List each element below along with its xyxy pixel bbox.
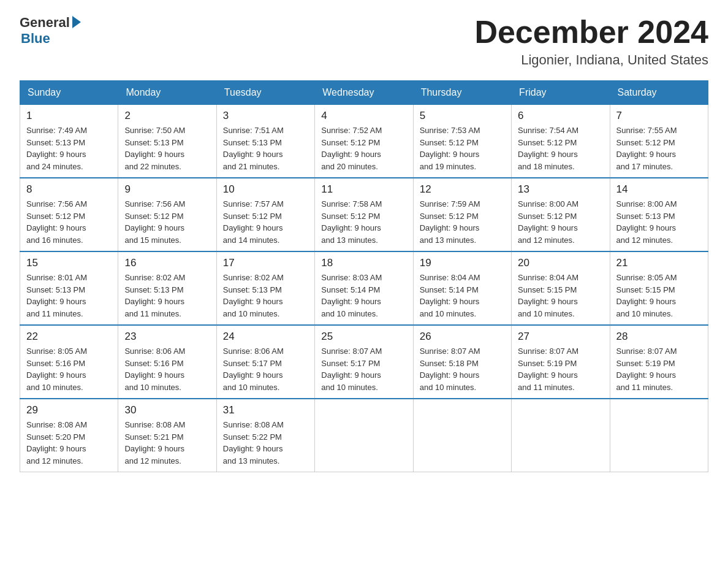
- sunrise-text: Sunrise: 7:55 AM: [616, 126, 677, 135]
- day-info: Sunrise: 8:07 AM Sunset: 5:17 PM Dayligh…: [321, 345, 406, 393]
- calendar-cell: 25 Sunrise: 8:07 AM Sunset: 5:17 PM Dayl…: [315, 325, 413, 399]
- daylight-text: Daylight: 9 hours: [124, 297, 184, 306]
- sunset-text: Sunset: 5:19 PM: [518, 359, 577, 368]
- calendar-cell: [610, 399, 708, 472]
- sunrise-text: Sunrise: 7:50 AM: [124, 126, 185, 135]
- day-number: 7: [616, 110, 702, 122]
- sunset-text: Sunset: 5:15 PM: [518, 285, 577, 294]
- calendar-week-row: 29 Sunrise: 8:08 AM Sunset: 5:20 PM Dayl…: [20, 399, 708, 472]
- sunrise-text: Sunrise: 8:07 AM: [420, 347, 480, 356]
- title-area: December 2024 Ligonier, Indiana, United …: [474, 15, 708, 68]
- calendar-cell: 11 Sunrise: 7:58 AM Sunset: 5:12 PM Dayl…: [315, 178, 413, 251]
- day-number: 25: [321, 331, 406, 343]
- sunset-text: Sunset: 5:13 PM: [223, 285, 282, 294]
- calendar-cell: 22 Sunrise: 8:05 AM Sunset: 5:16 PM Dayl…: [20, 325, 118, 399]
- calendar-week-row: 8 Sunrise: 7:56 AM Sunset: 5:12 PM Dayli…: [20, 178, 708, 251]
- daylight-minutes-text: and 18 minutes.: [518, 162, 575, 171]
- logo: General Blue: [20, 15, 81, 47]
- calendar-cell: 4 Sunrise: 7:52 AM Sunset: 5:12 PM Dayli…: [315, 105, 413, 178]
- daylight-text: Daylight: 9 hours: [223, 370, 283, 380]
- calendar-title: December 2024: [474, 15, 708, 50]
- calendar-cell: 28 Sunrise: 8:07 AM Sunset: 5:19 PM Dayl…: [610, 325, 708, 399]
- sunset-text: Sunset: 5:12 PM: [420, 212, 479, 221]
- column-header-saturday: Saturday: [610, 81, 708, 105]
- day-info: Sunrise: 7:50 AM Sunset: 5:13 PM Dayligh…: [124, 124, 210, 172]
- calendar-cell: 13 Sunrise: 8:00 AM Sunset: 5:12 PM Dayl…: [512, 178, 610, 251]
- daylight-text: Daylight: 9 hours: [420, 223, 480, 232]
- calendar-cell: 3 Sunrise: 7:51 AM Sunset: 5:13 PM Dayli…: [216, 105, 314, 178]
- calendar-cell: 6 Sunrise: 7:54 AM Sunset: 5:12 PM Dayli…: [512, 105, 610, 178]
- daylight-minutes-text: and 19 minutes.: [420, 162, 477, 171]
- daylight-text: Daylight: 9 hours: [321, 223, 381, 232]
- calendar-week-row: 15 Sunrise: 8:01 AM Sunset: 5:13 PM Dayl…: [20, 251, 708, 325]
- daylight-text: Daylight: 9 hours: [26, 370, 86, 380]
- calendar-cell: 15 Sunrise: 8:01 AM Sunset: 5:13 PM Dayl…: [20, 251, 118, 325]
- calendar-cell: 9 Sunrise: 7:56 AM Sunset: 5:12 PM Dayli…: [118, 178, 216, 251]
- daylight-text: Daylight: 9 hours: [26, 297, 86, 306]
- day-number: 12: [420, 183, 505, 196]
- sunrise-text: Sunrise: 7:56 AM: [26, 199, 87, 209]
- daylight-text: Daylight: 9 hours: [616, 150, 677, 159]
- sunset-text: Sunset: 5:18 PM: [420, 359, 479, 368]
- calendar-table: SundayMondayTuesdayWednesdayThursdayFrid…: [20, 80, 708, 472]
- column-header-monday: Monday: [118, 81, 216, 105]
- daylight-minutes-text: and 11 minutes.: [124, 309, 181, 318]
- daylight-minutes-text: and 12 minutes.: [518, 236, 575, 245]
- sunrise-text: Sunrise: 7:54 AM: [518, 126, 578, 135]
- daylight-minutes-text: and 13 minutes.: [420, 236, 477, 245]
- calendar-cell: 1 Sunrise: 7:49 AM Sunset: 5:13 PM Dayli…: [20, 105, 118, 178]
- day-info: Sunrise: 8:01 AM Sunset: 5:13 PM Dayligh…: [26, 272, 112, 320]
- day-info: Sunrise: 8:06 AM Sunset: 5:16 PM Dayligh…: [124, 345, 210, 393]
- day-number: 3: [223, 110, 308, 122]
- daylight-minutes-text: and 12 minutes.: [616, 236, 673, 245]
- sunset-text: Sunset: 5:13 PM: [223, 138, 282, 147]
- day-number: 30: [124, 404, 210, 416]
- column-header-tuesday: Tuesday: [216, 81, 314, 105]
- daylight-text: Daylight: 9 hours: [223, 444, 283, 453]
- sunset-text: Sunset: 5:15 PM: [616, 285, 675, 294]
- daylight-text: Daylight: 9 hours: [420, 297, 480, 306]
- daylight-minutes-text: and 24 minutes.: [26, 162, 83, 171]
- daylight-minutes-text: and 10 minutes.: [518, 309, 575, 318]
- day-number: 17: [223, 257, 308, 269]
- calendar-cell: 18 Sunrise: 8:03 AM Sunset: 5:14 PM Dayl…: [315, 251, 413, 325]
- daylight-text: Daylight: 9 hours: [616, 297, 677, 306]
- calendar-cell: 10 Sunrise: 7:57 AM Sunset: 5:12 PM Dayl…: [216, 178, 314, 251]
- day-info: Sunrise: 8:05 AM Sunset: 5:15 PM Dayligh…: [616, 272, 702, 320]
- calendar-location: Ligonier, Indiana, United States: [474, 52, 708, 68]
- daylight-text: Daylight: 9 hours: [26, 223, 86, 232]
- daylight-minutes-text: and 12 minutes.: [26, 456, 83, 465]
- column-header-friday: Friday: [512, 81, 610, 105]
- daylight-text: Daylight: 9 hours: [518, 223, 578, 232]
- day-number: 4: [321, 110, 406, 122]
- daylight-text: Daylight: 9 hours: [518, 370, 578, 380]
- day-info: Sunrise: 8:02 AM Sunset: 5:13 PM Dayligh…: [124, 272, 210, 320]
- daylight-minutes-text: and 10 minutes.: [26, 383, 83, 392]
- daylight-minutes-text: and 10 minutes.: [321, 309, 378, 318]
- day-number: 26: [420, 331, 505, 343]
- sunrise-text: Sunrise: 7:56 AM: [124, 199, 185, 209]
- daylight-minutes-text: and 17 minutes.: [616, 162, 673, 171]
- day-info: Sunrise: 7:56 AM Sunset: 5:12 PM Dayligh…: [124, 198, 210, 246]
- logo-blue-text: Blue: [21, 31, 50, 47]
- calendar-cell: 21 Sunrise: 8:05 AM Sunset: 5:15 PM Dayl…: [610, 251, 708, 325]
- daylight-minutes-text: and 20 minutes.: [321, 162, 378, 171]
- sunset-text: Sunset: 5:13 PM: [124, 138, 183, 147]
- daylight-minutes-text: and 11 minutes.: [616, 383, 673, 392]
- sunrise-text: Sunrise: 8:07 AM: [616, 347, 677, 356]
- sunset-text: Sunset: 5:17 PM: [223, 359, 282, 368]
- daylight-text: Daylight: 9 hours: [26, 150, 86, 159]
- day-info: Sunrise: 8:03 AM Sunset: 5:14 PM Dayligh…: [321, 272, 406, 320]
- calendar-cell: 30 Sunrise: 8:08 AM Sunset: 5:21 PM Dayl…: [118, 399, 216, 472]
- daylight-text: Daylight: 9 hours: [26, 444, 86, 453]
- day-number: 2: [124, 110, 210, 122]
- daylight-text: Daylight: 9 hours: [420, 150, 480, 159]
- sunrise-text: Sunrise: 7:57 AM: [223, 199, 284, 209]
- day-number: 11: [321, 183, 406, 196]
- calendar-cell: 19 Sunrise: 8:04 AM Sunset: 5:14 PM Dayl…: [413, 251, 511, 325]
- daylight-minutes-text: and 21 minutes.: [223, 162, 280, 171]
- calendar-cell: 14 Sunrise: 8:00 AM Sunset: 5:13 PM Dayl…: [610, 178, 708, 251]
- day-info: Sunrise: 8:08 AM Sunset: 5:21 PM Dayligh…: [124, 419, 210, 467]
- sunrise-text: Sunrise: 7:49 AM: [26, 126, 87, 135]
- daylight-minutes-text: and 13 minutes.: [321, 236, 378, 245]
